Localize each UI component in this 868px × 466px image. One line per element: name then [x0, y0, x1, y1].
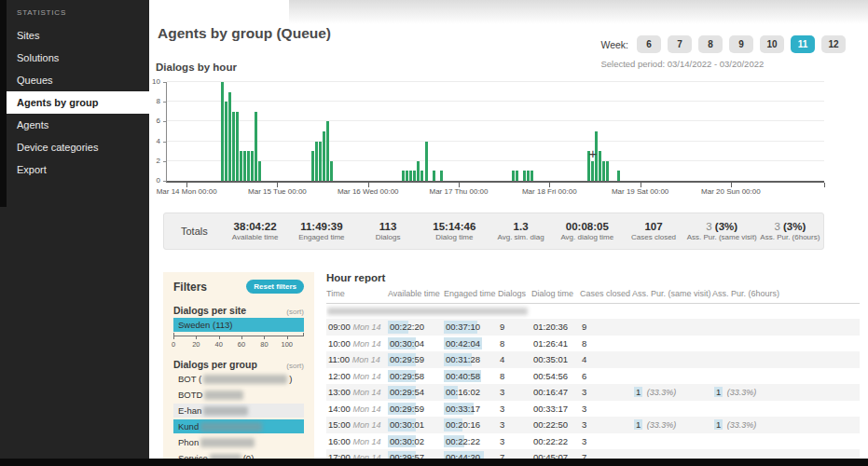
table-row: 15:00 Mon 1400:30:0100:20:16300:22:5031 …	[326, 417, 860, 433]
week-button-6[interactable]: 6	[637, 35, 661, 53]
filter-axis-tick	[264, 336, 265, 339]
filter-axis-label: 100	[281, 340, 293, 349]
video-progress-bar	[0, 459, 868, 466]
sidebar-item-agents-by-group[interactable]: Agents by group	[7, 91, 149, 114]
sidebar-item-export[interactable]: Export	[7, 158, 149, 181]
ass-pur-same-visit-cell-value: 1 (33.3%)	[632, 387, 676, 397]
chart-bar	[417, 161, 420, 181]
ass-pur-same-visit-cell	[632, 336, 712, 352]
filter-axis: 020406080100	[173, 336, 304, 348]
totals-stat-value: 3 (3%)	[757, 220, 823, 233]
week-button-11[interactable]: 11	[791, 35, 815, 53]
time-value: 13:00 Mon 14	[326, 387, 380, 397]
engaged-time-cell-value: 00:42:04	[444, 338, 480, 349]
week-button-10[interactable]: 10	[760, 35, 784, 53]
sidebar-item-queues[interactable]: Queues	[7, 69, 149, 91]
day-value: Mon 14	[352, 437, 380, 446]
chart-bar	[523, 171, 526, 181]
ass-pur-6hours-cell	[712, 401, 860, 418]
time-cell: 12:00 Mon 14	[326, 368, 388, 385]
gridline	[167, 101, 824, 102]
filter-axis-tick	[287, 336, 288, 339]
available-time-cell: 00:30:01	[388, 417, 444, 433]
column-header-cases-closed: Cases closed	[580, 289, 632, 298]
available-time-cell-value: 00:29:59	[388, 354, 424, 364]
engaged-time-cell: 00:31:28	[444, 351, 498, 368]
ass-pur-6hours-cell: 1 (33.3%)	[712, 417, 860, 433]
filter-bar-row-e-han[interactable]: E-han	[173, 404, 304, 418]
y-axis-tick	[163, 82, 167, 83]
chart-bar	[221, 82, 224, 181]
highlighted-count: 1	[714, 387, 723, 397]
day-value: Mon 14	[352, 388, 380, 397]
x-tick-label: Mar 18 Fri 00:00	[522, 187, 577, 196]
redacted-text	[200, 438, 255, 447]
chart-bar	[319, 142, 322, 181]
sidebar-item-sites[interactable]: Sites	[7, 24, 149, 47]
gridline	[167, 141, 824, 142]
cases-closed-cell-value: 3	[580, 387, 586, 397]
y-tick-label: 6	[157, 116, 160, 125]
totals-stat-dialog-time: 15:14:46Dialog time	[421, 220, 488, 242]
chart-bar	[599, 151, 601, 181]
week-button-8[interactable]: 8	[698, 35, 723, 53]
dialogs-cell: 3	[498, 401, 531, 418]
filter-bar-label: BOTD	[173, 390, 245, 400]
time-cell: 14:00 Mon 14	[326, 401, 388, 418]
day-value: Mon 14	[352, 420, 380, 430]
sidebar-item-solutions[interactable]: Solutions	[7, 47, 149, 69]
totals-bar: Totals 38:04:22Available time11:49:39Eng…	[163, 212, 824, 250]
dialog-time-cell: 01:20:36	[531, 319, 580, 336]
cases-closed-cell: 3	[580, 433, 632, 450]
chart-bar	[225, 102, 227, 181]
chart-bar	[326, 121, 329, 181]
filter-bar-row-sweden-113[interactable]: Sweden (113)	[173, 318, 304, 332]
sort-link[interactable]: (sort)	[286, 362, 304, 370]
chart-bar	[255, 112, 257, 181]
ass-pur-same-visit-cell	[632, 401, 712, 418]
dialogs-cell: 3	[498, 417, 531, 433]
reset-filters-button[interactable]: Reset filters	[246, 280, 304, 294]
totals-stat-dialogs: 113Dialogs	[354, 220, 420, 242]
chart-bar	[406, 171, 408, 181]
available-time-cell: 00:22:20	[388, 319, 444, 336]
dialogs-cell-value: 3	[498, 436, 504, 446]
sidebar-item-agents[interactable]: Agents	[7, 114, 149, 136]
totals-stat-muted-value: 3	[706, 221, 715, 232]
chart-bar	[323, 131, 325, 181]
chart-bar	[602, 161, 605, 181]
table-row: 14:00 Mon 1400:29:5900:33:17300:33:173	[326, 401, 860, 418]
sidebar-item-device-categories[interactable]: Device categories	[7, 136, 149, 158]
week-button-7[interactable]: 7	[668, 35, 692, 53]
sort-link[interactable]: (sort)	[286, 308, 304, 316]
ass-pur-same-visit-cell-value: 1 (33.3%)	[632, 419, 676, 430]
dialog-time-cell: 00:54:56	[531, 368, 580, 385]
filter-bar-row-bot[interactable]: BOT ()	[173, 372, 304, 386]
week-button-12[interactable]: 12	[821, 35, 846, 53]
week-button-9[interactable]: 9	[729, 35, 753, 53]
x-tick-label: Mar 15 Tue 00:00	[248, 187, 307, 196]
cases-closed-cell-value: 4	[580, 354, 586, 364]
sidebar-nav: SitesSolutionsQueuesAgents by groupAgent…	[7, 24, 149, 181]
totals-stat-label: Avg. dialog time	[554, 233, 620, 242]
filter-axis-tick	[219, 336, 220, 339]
dialogs-cell: 3	[498, 433, 531, 450]
totals-stat-value: 3 (3%)	[687, 220, 757, 233]
available-time-cell-value: 00:29:54	[388, 387, 424, 397]
time-value: 11:00 Mon 14	[326, 354, 380, 364]
engaged-time-cell: 00:20:16	[444, 417, 498, 433]
time-cell: 13:00 Mon 14	[326, 384, 388, 401]
day-value: Mon 14	[352, 404, 380, 414]
filter-bar-row-botd[interactable]: BOTD	[173, 388, 304, 402]
column-header-dialogs: Dialogs	[498, 289, 531, 298]
engaged-time-cell-value: 00:16:02	[444, 387, 480, 397]
dialogs-by-hour-chart: 0246810Mar 14 Mon 00:00Mar 15 Tue 00:00M…	[166, 82, 824, 183]
engaged-time-cell-value: 00:40:58	[444, 371, 480, 381]
filter-sections: Dialogs per site(sort)Sweden (113)020406…	[173, 305, 304, 466]
filter-bar-row-kund[interactable]: Kund	[173, 419, 304, 433]
filter-axis-label: 80	[260, 340, 268, 349]
cases-closed-cell: 3	[580, 417, 632, 433]
column-header-ass-pur-same-visit: Ass. Pur. (same visit)	[632, 289, 712, 298]
filter-bar-row-phon[interactable]: Phon	[173, 435, 304, 449]
dialogs-cell: 4	[498, 351, 531, 368]
